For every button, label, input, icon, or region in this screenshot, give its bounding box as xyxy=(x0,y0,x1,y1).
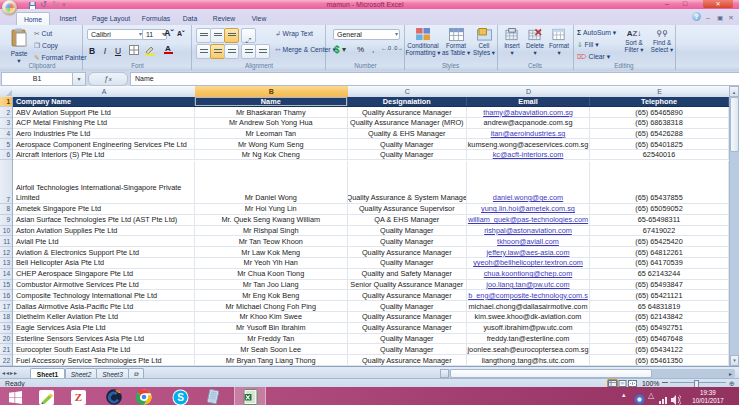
svg-text:S: S xyxy=(177,392,184,403)
